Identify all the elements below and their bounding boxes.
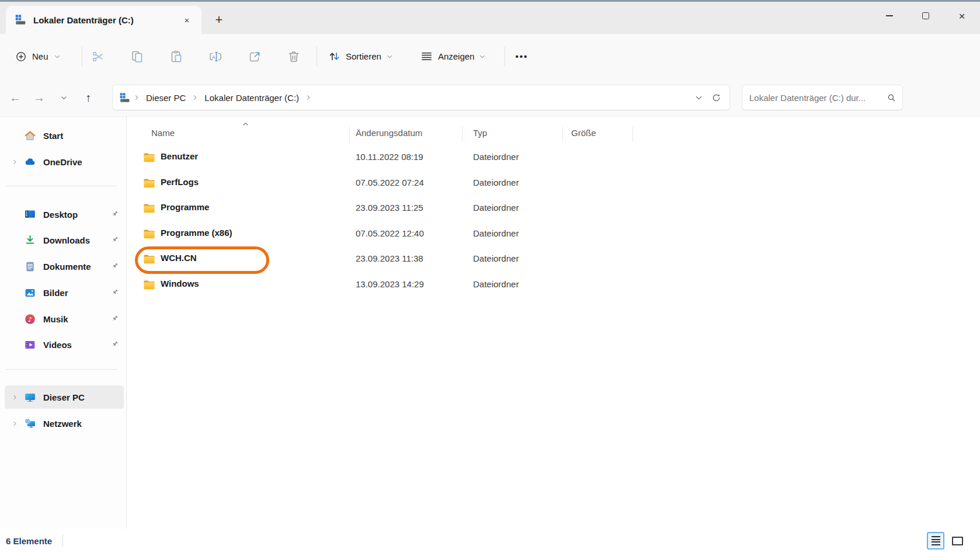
breadcrumb[interactable]: Dieser PC Lokaler Datenträger (C:) xyxy=(112,85,730,110)
file-date: 13.09.2023 14:29 xyxy=(356,279,424,289)
chevron-right-icon[interactable] xyxy=(8,391,21,404)
sidebar-item-label: Start xyxy=(43,131,63,141)
sort-button[interactable]: Sortieren xyxy=(323,44,398,69)
sidebar-item-musik[interactable]: Musik xyxy=(5,307,124,331)
status-bar: 6 Elemente xyxy=(0,528,980,553)
up-icon: ↑ xyxy=(85,91,91,105)
sidebar-item-desktop[interactable]: Desktop xyxy=(5,203,124,226)
chevron-down-icon xyxy=(694,93,703,102)
forward-button[interactable]: → xyxy=(27,86,51,109)
copy-button[interactable] xyxy=(123,43,152,71)
table-row[interactable]: Benutzer 10.11.2022 08:19 Dateiordner xyxy=(127,145,980,171)
view-toggle-icons[interactable] xyxy=(948,532,966,549)
chevron-right-icon[interactable] xyxy=(8,417,21,430)
sidebar-item-start[interactable]: Start xyxy=(5,124,124,147)
sidebar-item-bilder[interactable]: Bilder xyxy=(5,281,124,304)
forward-icon: → xyxy=(33,91,45,105)
column-separator[interactable] xyxy=(349,127,350,142)
search-box xyxy=(742,85,903,110)
chevron-spacer xyxy=(8,129,21,142)
tab-local-disk[interactable]: Lokaler Datenträger (C:) × xyxy=(6,6,201,34)
sidebar-divider xyxy=(6,186,117,186)
file-date: 23.09.2023 11:38 xyxy=(356,253,423,263)
view-button[interactable]: Anzeigen xyxy=(415,44,491,69)
column-separator[interactable] xyxy=(633,127,633,142)
details-view-icon xyxy=(932,536,940,537)
delete-button[interactable] xyxy=(279,43,308,71)
toolbar-separator xyxy=(82,47,82,67)
chevron-right-icon xyxy=(133,94,140,101)
sidebar-item-dieser-pc[interactable]: Dieser PC xyxy=(5,385,124,409)
search-icon xyxy=(887,93,896,103)
breadcrumb-item-local-disk[interactable]: Lokaler Datenträger (C:) xyxy=(201,91,303,105)
rename-button[interactable] xyxy=(201,43,230,71)
minimize-button[interactable] xyxy=(871,4,908,28)
column-separator[interactable] xyxy=(462,127,463,142)
new-button[interactable]: Neu xyxy=(12,44,68,69)
back-button[interactable]: ← xyxy=(4,86,27,109)
new-tab-button[interactable]: + xyxy=(210,12,228,28)
status-separator xyxy=(62,534,63,547)
window-controls: × xyxy=(871,4,980,28)
view-toggle-details[interactable] xyxy=(927,532,944,549)
column-header-type[interactable]: Typ xyxy=(473,128,487,138)
table-row-wch-cn[interactable]: WCH.CN 23.09.2023 11:38 Dateiordner xyxy=(127,246,980,272)
items-count: 6 Elemente xyxy=(6,536,52,546)
up-button[interactable]: ↑ xyxy=(76,86,100,109)
column-separator[interactable] xyxy=(562,127,563,142)
desktop-icon xyxy=(24,208,36,221)
drive-icon xyxy=(14,13,27,26)
sort-ascending-icon xyxy=(242,120,249,128)
chevron-down-icon xyxy=(54,53,61,60)
sidebar: Start OneDrive Desktop Downloads Dokumen… xyxy=(0,117,127,528)
view-lines-icon xyxy=(420,50,433,63)
folder-icon xyxy=(143,227,156,241)
sidebar-item-onedrive[interactable]: OneDrive xyxy=(5,150,124,173)
sidebar-item-netzwerk[interactable]: Netzwerk xyxy=(5,412,124,435)
chevron-right-icon xyxy=(192,94,199,101)
sidebar-item-dokumente[interactable]: Dokumente xyxy=(5,255,124,278)
breadcrumb-item-dieser-pc[interactable]: Dieser PC xyxy=(143,91,189,105)
plus-icon: + xyxy=(216,12,223,27)
chevron-spacer xyxy=(8,286,21,299)
tab-close-button[interactable]: × xyxy=(179,12,194,27)
sort-button-label: Sortieren xyxy=(346,51,381,61)
maximize-icon xyxy=(922,12,929,19)
file-explorer-window: Lokaler Datenträger (C:) × + × Neu xyxy=(0,0,980,553)
trash-icon xyxy=(287,50,301,64)
paste-icon xyxy=(169,50,183,64)
table-row[interactable]: Programme 23.09.2023 11:25 Dateiordner xyxy=(127,196,980,221)
maximize-button[interactable] xyxy=(908,4,944,28)
search-input[interactable] xyxy=(749,93,887,103)
picture-icon xyxy=(24,287,36,299)
chevron-right-icon[interactable] xyxy=(8,155,21,168)
refresh-button[interactable] xyxy=(707,89,725,106)
table-row[interactable]: Windows 13.09.2023 14:29 Dateiordner xyxy=(127,272,980,298)
column-header-size[interactable]: Größe xyxy=(571,128,596,138)
chevron-down-icon xyxy=(60,94,68,102)
sidebar-item-videos[interactable]: Videos xyxy=(5,333,124,356)
file-type: Dateiordner xyxy=(473,253,519,263)
cut-button[interactable] xyxy=(84,43,113,71)
close-window-button[interactable]: × xyxy=(944,4,980,28)
share-button[interactable] xyxy=(240,43,269,71)
sidebar-item-label: Downloads xyxy=(43,235,90,245)
file-list: Name Änderungsdatum Typ Größe Benutzer 1… xyxy=(127,117,980,528)
column-header-date[interactable]: Änderungsdatum xyxy=(356,128,422,138)
table-row[interactable]: PerfLogs 07.05.2022 07:24 Dateiordner xyxy=(127,171,980,196)
column-header-row: Name Änderungsdatum Typ Größe xyxy=(127,120,980,146)
chevron-spacer xyxy=(8,260,21,273)
tab-bar: Lokaler Datenträger (C:) × + × xyxy=(0,2,980,34)
column-header-name[interactable]: Name xyxy=(151,128,175,138)
paste-button[interactable] xyxy=(162,43,191,71)
recent-locations-button[interactable] xyxy=(51,86,76,109)
folder-icon xyxy=(143,252,156,266)
sidebar-item-downloads[interactable]: Downloads xyxy=(5,228,124,252)
more-options-button[interactable]: ••• xyxy=(509,44,534,69)
folder-icon xyxy=(143,151,156,164)
address-dropdown-button[interactable] xyxy=(690,89,707,106)
file-type: Dateiordner xyxy=(473,203,519,213)
refresh-icon xyxy=(711,93,721,103)
file-type: Dateiordner xyxy=(473,279,519,289)
table-row[interactable]: Programme (x86) 07.05.2022 12:40 Dateior… xyxy=(127,221,980,247)
